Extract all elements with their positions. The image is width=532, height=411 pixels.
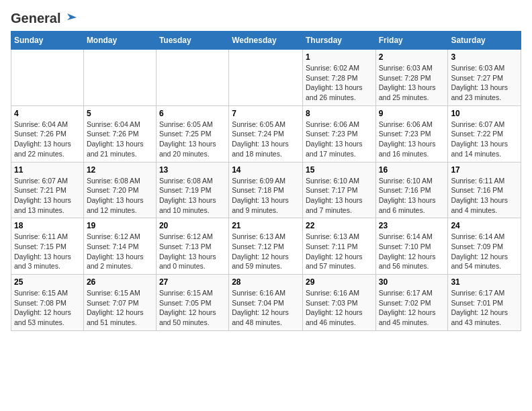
calendar-cell: 30Sunrise: 6:17 AM Sunset: 7:02 PM Dayli… [375,275,448,331]
day-number: 21 [232,221,300,230]
day-info: Sunrise: 6:12 AM Sunset: 7:14 PM Dayligh… [87,232,153,271]
day-info: Sunrise: 6:15 AM Sunset: 7:07 PM Dayligh… [87,288,153,328]
calendar-table: SundayMondayTuesdayWednesdayThursdayFrid… [11,31,521,331]
day-info: Sunrise: 6:16 AM Sunset: 7:03 PM Dayligh… [306,288,373,328]
calendar-cell: 27Sunrise: 6:15 AM Sunset: 7:05 PM Dayli… [156,275,228,331]
calendar-cell: 10Sunrise: 6:07 AM Sunset: 7:22 PM Dayli… [448,105,521,162]
day-number: 3 [451,52,518,62]
calendar-day-header: Saturday [448,32,521,50]
calendar-cell: 31Sunrise: 6:17 AM Sunset: 7:01 PM Dayli… [448,275,521,331]
day-number: 15 [306,165,373,175]
day-info: Sunrise: 6:09 AM Sunset: 7:18 PM Dayligh… [232,176,300,216]
day-info: Sunrise: 6:07 AM Sunset: 7:22 PM Dayligh… [451,120,518,159]
calendar-cell: 5Sunrise: 6:04 AM Sunset: 7:26 PM Daylig… [83,105,156,162]
calendar-week-row: 11Sunrise: 6:07 AM Sunset: 7:21 PM Dayli… [11,162,521,218]
logo-general: General [11,11,60,26]
day-number: 19 [87,221,153,230]
calendar-cell [11,50,84,106]
calendar-cell: 17Sunrise: 6:11 AM Sunset: 7:16 PM Dayli… [448,162,521,218]
day-info: Sunrise: 6:14 AM Sunset: 7:10 PM Dayligh… [379,232,445,271]
calendar-cell: 20Sunrise: 6:12 AM Sunset: 7:13 PM Dayli… [156,218,228,275]
day-number: 12 [87,165,153,175]
day-info: Sunrise: 6:14 AM Sunset: 7:09 PM Dayligh… [451,232,518,271]
day-number: 4 [14,109,81,118]
day-number: 18 [14,221,81,230]
calendar-day-header: Monday [83,32,156,50]
header: General [11,11,521,23]
day-info: Sunrise: 6:08 AM Sunset: 7:19 PM Dayligh… [159,176,226,216]
calendar-cell: 28Sunrise: 6:16 AM Sunset: 7:04 PM Dayli… [229,275,303,331]
calendar-week-row: 25Sunrise: 6:15 AM Sunset: 7:08 PM Dayli… [11,275,521,331]
day-info: Sunrise: 6:15 AM Sunset: 7:05 PM Dayligh… [159,288,226,328]
logo-bird-icon [62,11,77,26]
day-info: Sunrise: 6:10 AM Sunset: 7:16 PM Dayligh… [379,176,445,216]
calendar-cell: 26Sunrise: 6:15 AM Sunset: 7:07 PM Dayli… [83,275,156,331]
day-number: 6 [159,109,226,118]
calendar-cell: 12Sunrise: 6:08 AM Sunset: 7:20 PM Dayli… [83,162,156,218]
day-number: 10 [451,109,518,118]
calendar-cell: 4Sunrise: 6:04 AM Sunset: 7:26 PM Daylig… [11,105,84,162]
day-number: 31 [451,277,518,287]
calendar-cell: 18Sunrise: 6:11 AM Sunset: 7:15 PM Dayli… [11,218,84,275]
calendar-cell: 16Sunrise: 6:10 AM Sunset: 7:16 PM Dayli… [375,162,448,218]
day-number: 25 [14,277,81,287]
day-info: Sunrise: 6:06 AM Sunset: 7:23 PM Dayligh… [306,120,373,159]
day-number: 13 [159,165,226,175]
day-info: Sunrise: 6:03 AM Sunset: 7:27 PM Dayligh… [451,63,518,103]
day-number: 7 [232,109,300,118]
calendar-cell: 24Sunrise: 6:14 AM Sunset: 7:09 PM Dayli… [448,218,521,275]
day-info: Sunrise: 6:13 AM Sunset: 7:11 PM Dayligh… [306,232,373,271]
calendar-cell: 23Sunrise: 6:14 AM Sunset: 7:10 PM Dayli… [375,218,448,275]
day-info: Sunrise: 6:04 AM Sunset: 7:26 PM Dayligh… [14,120,81,159]
calendar-cell: 22Sunrise: 6:13 AM Sunset: 7:11 PM Dayli… [302,218,375,275]
calendar-cell: 25Sunrise: 6:15 AM Sunset: 7:08 PM Dayli… [11,275,84,331]
day-info: Sunrise: 6:05 AM Sunset: 7:24 PM Dayligh… [232,120,300,159]
day-number: 5 [87,109,153,118]
calendar-cell: 7Sunrise: 6:05 AM Sunset: 7:24 PM Daylig… [229,105,303,162]
day-number: 22 [306,221,373,230]
day-number: 2 [379,52,445,62]
day-number: 20 [159,221,226,230]
calendar-cell: 14Sunrise: 6:09 AM Sunset: 7:18 PM Dayli… [229,162,303,218]
calendar-cell [156,50,228,106]
calendar-week-row: 1Sunrise: 6:02 AM Sunset: 7:28 PM Daylig… [11,50,521,106]
calendar-cell: 1Sunrise: 6:02 AM Sunset: 7:28 PM Daylig… [302,50,375,106]
day-info: Sunrise: 6:11 AM Sunset: 7:16 PM Dayligh… [451,176,518,216]
calendar-cell: 6Sunrise: 6:05 AM Sunset: 7:25 PM Daylig… [156,105,228,162]
day-info: Sunrise: 6:13 AM Sunset: 7:12 PM Dayligh… [232,232,300,271]
calendar-day-header: Tuesday [156,32,228,50]
day-info: Sunrise: 6:03 AM Sunset: 7:28 PM Dayligh… [379,63,445,103]
day-info: Sunrise: 6:11 AM Sunset: 7:15 PM Dayligh… [14,232,81,271]
day-info: Sunrise: 6:17 AM Sunset: 7:01 PM Dayligh… [451,288,518,328]
day-info: Sunrise: 6:17 AM Sunset: 7:02 PM Dayligh… [379,288,445,328]
day-info: Sunrise: 6:04 AM Sunset: 7:26 PM Dayligh… [87,120,153,159]
calendar-week-row: 4Sunrise: 6:04 AM Sunset: 7:26 PM Daylig… [11,105,521,162]
calendar-header-row: SundayMondayTuesdayWednesdayThursdayFrid… [11,32,521,50]
calendar-cell: 13Sunrise: 6:08 AM Sunset: 7:19 PM Dayli… [156,162,228,218]
day-number: 30 [379,277,445,287]
day-number: 17 [451,165,518,175]
day-number: 8 [306,109,373,118]
day-info: Sunrise: 6:15 AM Sunset: 7:08 PM Dayligh… [14,288,81,328]
day-number: 27 [159,277,226,287]
calendar-cell: 9Sunrise: 6:06 AM Sunset: 7:23 PM Daylig… [375,105,448,162]
calendar-day-header: Thursday [302,32,375,50]
calendar-cell: 11Sunrise: 6:07 AM Sunset: 7:21 PM Dayli… [11,162,84,218]
day-number: 28 [232,277,300,287]
day-number: 24 [451,221,518,230]
svg-marker-0 [67,13,77,20]
calendar-cell: 8Sunrise: 6:06 AM Sunset: 7:23 PM Daylig… [302,105,375,162]
day-info: Sunrise: 6:02 AM Sunset: 7:28 PM Dayligh… [306,63,373,103]
day-number: 29 [306,277,373,287]
calendar-cell [83,50,156,106]
day-info: Sunrise: 6:07 AM Sunset: 7:21 PM Dayligh… [14,176,81,216]
day-info: Sunrise: 6:16 AM Sunset: 7:04 PM Dayligh… [232,288,300,328]
day-info: Sunrise: 6:06 AM Sunset: 7:23 PM Dayligh… [379,120,445,159]
day-number: 16 [379,165,445,175]
calendar-cell: 3Sunrise: 6:03 AM Sunset: 7:27 PM Daylig… [448,50,521,106]
day-number: 9 [379,109,445,118]
day-number: 1 [306,52,373,62]
calendar-week-row: 18Sunrise: 6:11 AM Sunset: 7:15 PM Dayli… [11,218,521,275]
calendar-day-header: Wednesday [229,32,303,50]
calendar-cell [229,50,303,106]
